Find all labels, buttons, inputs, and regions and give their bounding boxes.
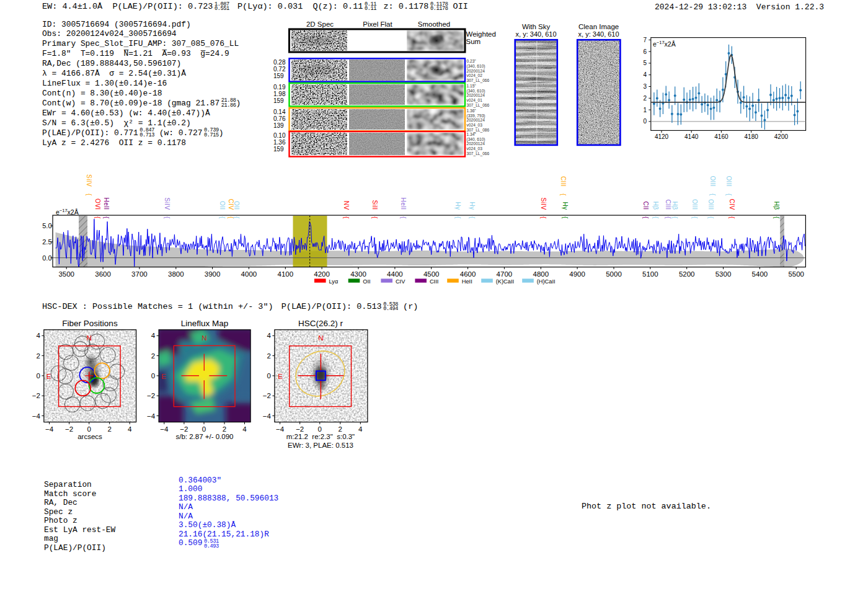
svg-text:1.36: 1.36 xyxy=(273,139,286,146)
svg-text:{: { xyxy=(454,216,461,219)
svg-text:1: 1 xyxy=(643,107,647,113)
svg-text:0.28: 0.28 xyxy=(273,59,286,66)
svg-text:E: E xyxy=(161,373,166,380)
svg-text:−4: −4 xyxy=(276,425,285,433)
svg-text:(H)CaII: (H)CaII xyxy=(537,278,556,285)
svg-text:{: { xyxy=(707,216,714,219)
svg-text:2: 2 xyxy=(107,425,111,433)
svg-text:3: 3 xyxy=(643,83,647,90)
svg-text:307_LL_066: 307_LL_066 xyxy=(467,78,490,83)
svg-text:0.72: 0.72 xyxy=(273,66,286,73)
svg-text:e−17x2Å: e−17x2Å xyxy=(56,208,79,216)
svg-text:7: 7 xyxy=(643,37,647,43)
svg-text:HeII: HeII xyxy=(462,278,472,285)
svg-text:0.10: 0.10 xyxy=(273,132,286,139)
svg-text:159: 159 xyxy=(273,146,284,153)
svg-text:5000: 5000 xyxy=(606,270,622,278)
svg-text:0.14: 0.14 xyxy=(273,109,286,115)
svg-text:SiII: SiII xyxy=(371,200,378,210)
svg-text:−4: −4 xyxy=(263,412,272,420)
svg-text:{: { xyxy=(725,193,732,196)
svg-text:{: { xyxy=(371,216,378,219)
svg-text:OIII: OIII xyxy=(707,199,714,210)
svg-text:x, y: 340, 610: x, y: 340, 610 xyxy=(578,30,619,38)
svg-text:e−17x2Å: e−17x2Å xyxy=(653,40,676,48)
svg-text:OII: OII xyxy=(219,201,226,210)
svg-text:5200: 5200 xyxy=(679,270,695,278)
svg-text:159: 159 xyxy=(273,97,284,104)
svg-text:4000: 4000 xyxy=(241,270,257,278)
svg-text:Clean Image: Clean Image xyxy=(578,23,619,30)
svg-text:{: { xyxy=(228,216,234,219)
svg-text:OII: OII xyxy=(233,201,240,210)
svg-text:x, y: 340, 610: x, y: 340, 610 xyxy=(516,30,557,38)
svg-text:4: 4 xyxy=(242,425,247,433)
svg-text:−4: −4 xyxy=(160,425,169,433)
svg-text:Fiber Positions: Fiber Positions xyxy=(62,319,118,328)
svg-text:Hβ: Hβ xyxy=(773,202,780,210)
svg-text:0.0: 0.0 xyxy=(42,254,51,262)
svg-text:6: 6 xyxy=(643,48,647,55)
svg-text:−2: −2 xyxy=(32,392,40,399)
svg-text:E: E xyxy=(278,373,283,380)
svg-text:0: 0 xyxy=(267,372,270,380)
svg-text:139: 139 xyxy=(273,122,284,129)
svg-text:4180: 4180 xyxy=(745,133,759,140)
svg-text:4900: 4900 xyxy=(569,270,585,278)
svg-text:4600: 4600 xyxy=(460,270,476,278)
svg-text:4200: 4200 xyxy=(774,133,789,140)
svg-text:N: N xyxy=(318,334,323,342)
svg-text:{: { xyxy=(691,216,698,219)
svg-text:20200124: 20200124 xyxy=(467,69,485,73)
svg-text:0: 0 xyxy=(87,425,91,433)
svg-text:4400: 4400 xyxy=(387,270,403,278)
svg-text:5300: 5300 xyxy=(715,270,732,278)
svg-text:SiIV: SiIV xyxy=(86,174,92,187)
svg-text:0: 0 xyxy=(318,425,322,433)
svg-text:Weighted: Weighted xyxy=(466,30,496,38)
svg-text:5.0: 5.0 xyxy=(42,222,51,229)
svg-text:4200: 4200 xyxy=(314,270,330,278)
svg-text:2: 2 xyxy=(643,95,647,102)
svg-text:4160: 4160 xyxy=(714,133,728,140)
svg-text:20200124: 20200124 xyxy=(467,141,485,146)
svg-text:{: { xyxy=(652,216,659,219)
svg-text:E: E xyxy=(46,373,51,380)
svg-text:HSC(26.2) r: HSC(26.2) r xyxy=(298,319,343,328)
svg-text:{: { xyxy=(233,216,240,219)
svg-text:OIII: OIII xyxy=(709,176,716,187)
svg-text:4140: 4140 xyxy=(684,133,699,140)
svg-text:2: 2 xyxy=(339,425,342,433)
svg-text:Sum: Sum xyxy=(466,38,481,45)
svg-text:CII: CII xyxy=(642,202,649,210)
svg-text:4: 4 xyxy=(151,332,156,339)
svg-text:4300: 4300 xyxy=(350,270,366,278)
svg-text:Hγ: Hγ xyxy=(454,202,461,210)
svg-text:{: { xyxy=(343,216,350,219)
svg-text:2: 2 xyxy=(36,352,40,360)
svg-text:0: 0 xyxy=(643,118,647,125)
svg-text:4: 4 xyxy=(358,425,363,433)
svg-text:CIII: CIII xyxy=(665,199,671,210)
svg-text:4: 4 xyxy=(267,332,271,339)
svg-text:20200124: 20200124 xyxy=(467,93,485,97)
svg-text:4120: 4120 xyxy=(655,133,669,140)
svg-text:{: { xyxy=(94,216,101,219)
svg-text:OII: OII xyxy=(363,278,370,285)
svg-text:HeII: HeII xyxy=(400,198,407,210)
svg-text:20200124: 20200124 xyxy=(467,118,485,122)
svg-text:Hγ: Hγ xyxy=(469,202,476,210)
svg-text:(K)CaII: (K)CaII xyxy=(496,278,514,285)
svg-text:{: { xyxy=(562,216,569,219)
svg-text:m:21.2 re:2.3" s:0.3": m:21.2 re:2.3" s:0.3" xyxy=(286,433,355,440)
svg-text:4100: 4100 xyxy=(278,270,294,278)
svg-text:With Sky: With Sky xyxy=(522,23,551,30)
svg-text:−2: −2 xyxy=(65,425,73,433)
svg-text:HeII: HeII xyxy=(103,198,110,210)
svg-text:OIII: OIII xyxy=(691,199,698,210)
svg-text:N: N xyxy=(87,334,92,342)
svg-text:{: { xyxy=(665,216,671,219)
svg-text:CIV: CIV xyxy=(396,278,405,285)
svg-text:1.34": 1.34" xyxy=(467,132,477,136)
svg-text:{: { xyxy=(560,193,567,196)
